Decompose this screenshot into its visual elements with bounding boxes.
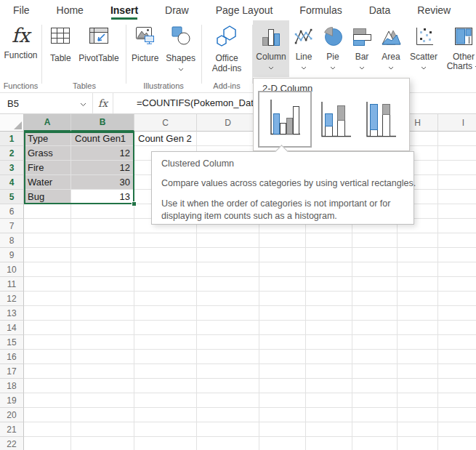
cell-G16[interactable] <box>352 350 398 364</box>
cell-C15[interactable] <box>134 335 197 350</box>
cell-F16[interactable] <box>306 350 352 364</box>
row-header-4[interactable]: 4 <box>0 175 24 190</box>
row-header-10[interactable]: 10 <box>0 262 24 277</box>
cell-C10[interactable] <box>134 262 197 277</box>
cell-B9[interactable] <box>71 248 134 262</box>
cell-I14[interactable] <box>438 321 476 335</box>
cell-A20[interactable] <box>24 408 71 422</box>
cell-B14[interactable] <box>71 321 134 335</box>
cell-C9[interactable] <box>134 248 197 262</box>
cell-B21[interactable] <box>71 422 134 437</box>
cell-E10[interactable] <box>259 262 306 277</box>
cell-B20[interactable] <box>71 408 134 422</box>
cell-H19[interactable] <box>398 393 438 408</box>
gallery-option-clustered-column[interactable] <box>258 91 312 148</box>
cell-I3[interactable] <box>438 161 476 175</box>
row-header-14[interactable]: 14 <box>0 321 24 335</box>
table-button[interactable]: Table <box>46 20 75 63</box>
cell-A4[interactable]: Water <box>24 175 71 190</box>
cell-H10[interactable] <box>398 262 438 277</box>
cell-C13[interactable] <box>134 306 197 321</box>
cell-B15[interactable] <box>71 335 134 350</box>
cell-A11[interactable] <box>24 277 71 292</box>
cell-A7[interactable] <box>24 219 71 233</box>
cell-G14[interactable] <box>352 321 398 335</box>
row-header-2[interactable]: 2 <box>0 146 24 161</box>
cell-E11[interactable] <box>259 277 306 292</box>
cell-I17[interactable] <box>438 364 476 379</box>
cell-G8[interactable] <box>352 233 398 248</box>
pie-chart-button[interactable]: Pie <box>318 20 347 77</box>
cell-H17[interactable] <box>398 364 438 379</box>
cell-G22[interactable] <box>352 437 398 450</box>
cell-F21[interactable] <box>306 422 352 437</box>
cell-H9[interactable] <box>398 248 438 262</box>
cell-A15[interactable] <box>24 335 71 350</box>
cell-A1[interactable]: Type <box>24 132 71 146</box>
cell-E19[interactable] <box>259 393 306 408</box>
cell-I12[interactable] <box>438 292 476 306</box>
cell-I10[interactable] <box>438 262 476 277</box>
cell-F18[interactable] <box>306 379 352 393</box>
row-header-17[interactable]: 17 <box>0 364 24 379</box>
cell-D18[interactable] <box>197 379 259 393</box>
cell-B10[interactable] <box>71 262 134 277</box>
cell-A8[interactable] <box>24 233 71 248</box>
cell-G13[interactable] <box>352 306 398 321</box>
cell-A10[interactable] <box>24 262 71 277</box>
cell-E8[interactable] <box>259 233 306 248</box>
column-header-I[interactable]: I <box>438 114 476 132</box>
cell-B4[interactable]: 30 <box>71 175 134 190</box>
cell-E20[interactable] <box>259 408 306 422</box>
cell-F22[interactable] <box>306 437 352 450</box>
cell-B5[interactable]: 13 <box>71 190 134 204</box>
select-all-corner[interactable] <box>0 114 24 132</box>
cell-E22[interactable] <box>259 437 306 450</box>
cell-A9[interactable] <box>24 248 71 262</box>
column-header-C[interactable]: C <box>134 114 197 132</box>
row-header-18[interactable]: 18 <box>0 379 24 393</box>
cell-C8[interactable] <box>134 233 197 248</box>
menu-tab-formulas[interactable]: Formulas <box>299 0 342 20</box>
cell-C21[interactable] <box>134 422 197 437</box>
cell-B2[interactable]: 12 <box>71 146 134 161</box>
cell-D13[interactable] <box>197 306 259 321</box>
function-button[interactable]: fx Function <box>0 20 41 60</box>
cell-F20[interactable] <box>306 408 352 422</box>
gallery-option-100-stacked-column[interactable] <box>363 96 399 147</box>
line-chart-button[interactable]: Line <box>289 20 318 77</box>
cell-A5[interactable]: Bug <box>24 190 71 204</box>
cell-I20[interactable] <box>438 408 476 422</box>
cell-C22[interactable] <box>134 437 197 450</box>
cell-A16[interactable] <box>24 350 71 364</box>
bar-chart-button[interactable]: Bar <box>347 20 376 77</box>
row-header-20[interactable]: 20 <box>0 408 24 422</box>
cell-F9[interactable] <box>306 248 352 262</box>
cell-F12[interactable] <box>306 292 352 306</box>
cell-F17[interactable] <box>306 364 352 379</box>
cell-I19[interactable] <box>438 393 476 408</box>
cell-E14[interactable] <box>259 321 306 335</box>
cell-I16[interactable] <box>438 350 476 364</box>
cell-E9[interactable] <box>259 248 306 262</box>
cell-B8[interactable] <box>71 233 134 248</box>
cell-H21[interactable] <box>398 422 438 437</box>
cell-C18[interactable] <box>134 379 197 393</box>
cell-H13[interactable] <box>398 306 438 321</box>
row-header-6[interactable]: 6 <box>0 204 24 219</box>
cell-D20[interactable] <box>197 408 259 422</box>
cell-F13[interactable] <box>306 306 352 321</box>
cell-H16[interactable] <box>398 350 438 364</box>
cell-I7[interactable] <box>438 219 476 233</box>
cell-G19[interactable] <box>352 393 398 408</box>
row-header-11[interactable]: 11 <box>0 277 24 292</box>
cell-E13[interactable] <box>259 306 306 321</box>
row-header-13[interactable]: 13 <box>0 306 24 321</box>
cell-F19[interactable] <box>306 393 352 408</box>
row-header-9[interactable]: 9 <box>0 248 24 262</box>
shapes-button[interactable]: Shapes <box>162 20 199 71</box>
cell-G20[interactable] <box>352 408 398 422</box>
cell-F8[interactable] <box>306 233 352 248</box>
cell-E21[interactable] <box>259 422 306 437</box>
row-header-1[interactable]: 1 <box>0 132 24 146</box>
